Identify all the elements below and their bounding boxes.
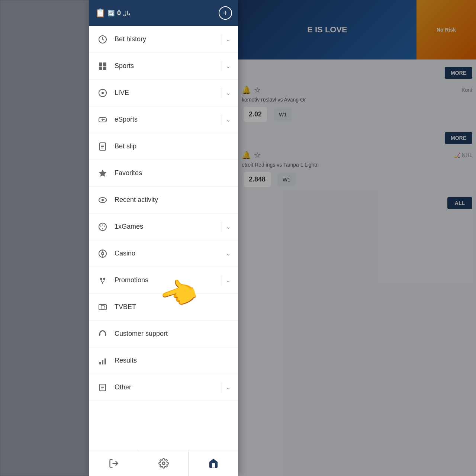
1xgames-label: 1xGames bbox=[115, 223, 222, 231]
sidebar-item-casino[interactable]: Casino ⌄ bbox=[89, 240, 238, 267]
wallet-icon: 📋 bbox=[95, 8, 105, 18]
favorites-icon bbox=[97, 167, 109, 179]
sidebar-item-results[interactable]: Results bbox=[89, 347, 238, 374]
sidebar-header: 📋 🔄 0 یال + bbox=[89, 0, 238, 26]
svg-point-43 bbox=[163, 462, 165, 464]
svg-rect-33 bbox=[101, 305, 104, 309]
svg-point-34 bbox=[104, 306, 105, 307]
sidebar-menu: 📋 🔄 0 یال + Bet history ⌄ Sports ⌄ bbox=[89, 0, 238, 476]
sidebar-item-favorites[interactable]: Favorites bbox=[89, 160, 238, 187]
sidebar-item-esports[interactable]: eSports ⌄ bbox=[89, 106, 238, 133]
favorites-label: Favorites bbox=[115, 169, 231, 177]
svg-marker-17 bbox=[99, 170, 106, 177]
sidebar-item-promotions[interactable]: Promotions ⌄ bbox=[89, 267, 238, 294]
svg-point-6 bbox=[102, 92, 104, 94]
chevron-down-icon: ⌄ bbox=[226, 36, 231, 43]
sidebar-item-other[interactable]: Other ⌄ bbox=[89, 374, 238, 401]
bet-slip-label: Bet slip bbox=[115, 142, 231, 150]
chevron-down-icon: ⌄ bbox=[226, 223, 231, 230]
sidebar-item-bet-history[interactable]: Bet history ⌄ bbox=[89, 26, 238, 53]
promotions-label: Promotions bbox=[115, 276, 222, 284]
separator bbox=[222, 222, 222, 232]
svg-rect-1 bbox=[99, 62, 102, 66]
svg-point-12 bbox=[105, 120, 106, 120]
svg-point-19 bbox=[102, 199, 104, 201]
sidebar-item-bet-slip[interactable]: Bet slip bbox=[89, 133, 238, 160]
sidebar-item-recent-activity[interactable]: Recent activity bbox=[89, 187, 238, 213]
sidebar-item-1xgames[interactable]: 1xGames ⌄ bbox=[89, 213, 238, 240]
svg-rect-36 bbox=[102, 360, 103, 364]
tvbet-label: TVBET bbox=[115, 303, 231, 311]
bet-history-icon bbox=[97, 33, 109, 45]
other-icon bbox=[97, 382, 109, 393]
separator bbox=[222, 382, 222, 393]
svg-rect-3 bbox=[99, 67, 102, 70]
bet-history-label: Bet history bbox=[115, 35, 222, 43]
sidebar-item-sports[interactable]: Sports ⌄ bbox=[89, 53, 238, 80]
chevron-down-icon: ⌄ bbox=[226, 89, 231, 96]
menu-scroll-area: Bet history ⌄ Sports ⌄ LIVE ⌄ bbox=[89, 26, 238, 450]
casino-label: Casino bbox=[115, 250, 226, 257]
esports-label: eSports bbox=[115, 116, 222, 123]
svg-point-20 bbox=[99, 223, 106, 231]
separator bbox=[222, 61, 222, 71]
tvbet-icon bbox=[97, 301, 109, 313]
chevron-down-icon: ⌄ bbox=[226, 62, 231, 70]
svg-point-30 bbox=[103, 278, 105, 280]
currency-label: یال bbox=[122, 10, 219, 17]
recent-activity-icon bbox=[97, 194, 109, 206]
svg-point-24 bbox=[102, 228, 103, 229]
svg-point-22 bbox=[102, 224, 103, 225]
nav-logout[interactable] bbox=[89, 450, 139, 476]
chevron-down-icon: ⌄ bbox=[226, 277, 231, 284]
other-label: Other bbox=[115, 383, 222, 391]
separator bbox=[222, 34, 222, 45]
esports-icon bbox=[97, 114, 109, 126]
bet-slip-icon bbox=[97, 141, 109, 152]
svg-point-11 bbox=[104, 119, 105, 120]
sports-label: Sports bbox=[115, 62, 222, 70]
svg-rect-35 bbox=[99, 362, 101, 364]
svg-point-23 bbox=[104, 225, 105, 226]
sidebar-item-live[interactable]: LIVE ⌄ bbox=[89, 80, 238, 106]
refresh-icon: 🔄 bbox=[107, 10, 115, 17]
bottom-navigation bbox=[89, 450, 238, 476]
svg-point-26 bbox=[102, 253, 104, 255]
casino-icon bbox=[97, 248, 109, 260]
1xgames-icon bbox=[97, 221, 109, 233]
background-overlay bbox=[0, 0, 476, 476]
separator bbox=[222, 275, 222, 286]
customer-support-label: Customer support bbox=[115, 330, 231, 338]
svg-rect-2 bbox=[103, 62, 106, 66]
promotions-icon bbox=[97, 274, 109, 286]
sidebar-item-tvbet[interactable]: TVBET bbox=[89, 294, 238, 321]
chevron-down-icon: ⌄ bbox=[226, 384, 231, 391]
nav-settings[interactable] bbox=[139, 450, 189, 476]
sidebar-item-customer-support[interactable]: Customer support bbox=[89, 321, 238, 347]
svg-point-29 bbox=[100, 278, 102, 280]
live-icon bbox=[97, 87, 109, 99]
sports-icon bbox=[97, 60, 109, 72]
chevron-down-icon: ⌄ bbox=[226, 116, 231, 123]
balance-amount: 0 bbox=[117, 9, 121, 17]
svg-rect-37 bbox=[104, 358, 106, 364]
chevron-down-icon: ⌄ bbox=[226, 250, 231, 257]
separator bbox=[222, 115, 222, 125]
recent-activity-label: Recent activity bbox=[115, 196, 231, 204]
svg-rect-4 bbox=[103, 67, 106, 70]
separator bbox=[222, 88, 222, 98]
results-label: Results bbox=[115, 357, 231, 364]
nav-home[interactable] bbox=[189, 450, 238, 476]
add-funds-button[interactable]: + bbox=[219, 6, 232, 20]
svg-point-21 bbox=[100, 225, 102, 226]
live-label: LIVE bbox=[115, 89, 222, 97]
results-icon bbox=[97, 355, 109, 367]
customer-support-icon bbox=[97, 328, 109, 340]
